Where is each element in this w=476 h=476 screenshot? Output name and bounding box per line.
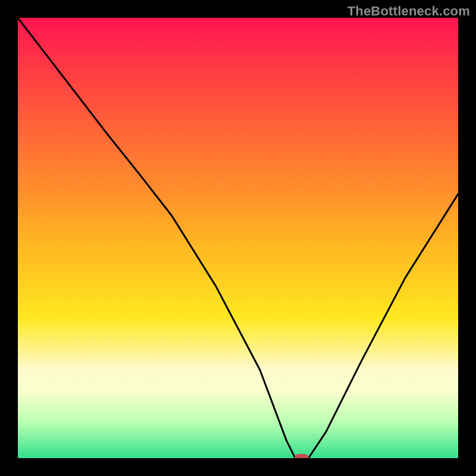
optimal-marker	[295, 454, 309, 458]
chart-frame: TheBottleneck.com	[0, 0, 476, 476]
curve-path	[18, 18, 458, 458]
bottleneck-curve	[18, 18, 458, 458]
watermark-text: TheBottleneck.com	[347, 4, 470, 19]
plot-area	[18, 18, 458, 458]
